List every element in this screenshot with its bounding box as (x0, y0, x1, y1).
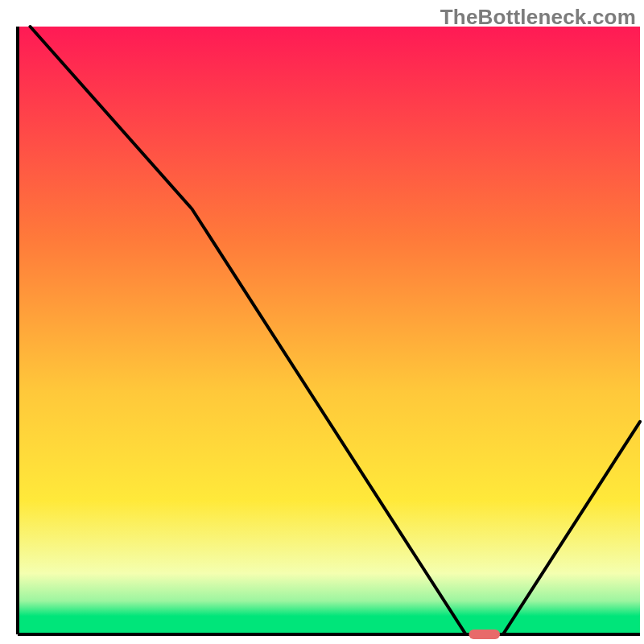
watermark-label: TheBottleneck.com (440, 5, 636, 30)
chart-container: TheBottleneck.com (0, 0, 644, 644)
bottleneck-chart (0, 0, 644, 644)
optimal-marker (469, 630, 500, 639)
